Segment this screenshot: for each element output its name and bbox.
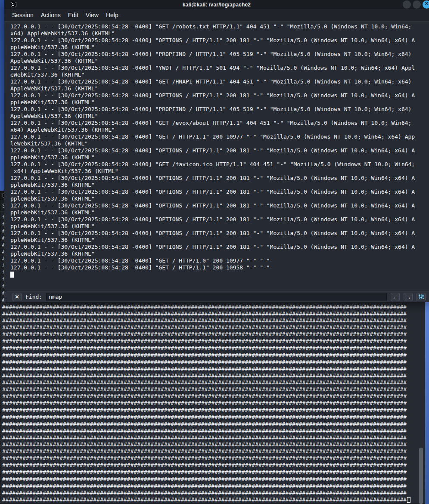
log-line: x64) AppleWebKit/537.36 (KHTML" (10, 30, 429, 37)
hash-output-line: ########################################… (2, 469, 417, 476)
hash-output-line: ########################################… (2, 310, 417, 317)
hash-output-line: ########################################… (2, 338, 417, 345)
minimize-button[interactable] (403, 0, 411, 9)
log-line: leWebKit/537.36 (KHTML" (10, 140, 429, 147)
hash-output-line: ########################################… (2, 407, 417, 414)
hash-output-line: ########################################… (2, 345, 417, 352)
log-line: 127.0.0.1 - - [30/Oct/2025:08:54:28 -040… (10, 216, 429, 223)
log-line: 127.0.0.1 - - [30/Oct/2025:08:54:28 -040… (10, 147, 429, 154)
hash-output-line: ########################################… (2, 482, 417, 489)
hash-output-line: ########################################… (2, 379, 417, 386)
hash-output-line: ########################################… (2, 331, 417, 338)
hash-output-line: ########################################… (2, 317, 417, 324)
find-close-button[interactable]: ✕ (12, 293, 22, 301)
find-input[interactable] (46, 293, 387, 301)
menu-item-actions[interactable]: Actions (41, 12, 61, 19)
log-line: 127.0.0.1 - - [30/Oct/2025:08:54:28 -040… (10, 78, 429, 85)
hash-output-line: ########################################… (2, 352, 417, 359)
log-line: x64) AppleWebKit/537.36 (KHTML" (10, 168, 429, 175)
log-line: 127.0.0.1 - - [30/Oct/2025:08:54:28 -040… (10, 120, 429, 127)
hash-output-line: ########################################… (2, 400, 417, 407)
find-label: Find: (25, 294, 42, 300)
log-line: 127.0.0.1 - - [30/Oct/2025:08:54:28 -040… (10, 230, 429, 237)
log-line: ppleWebKit/537.36 (KHTML" (10, 154, 429, 161)
hash-output-line: ########################################… (2, 421, 417, 427)
log-line: ppleWebKit/537.36 (KHTML" (10, 209, 429, 216)
log-line: x64) AppleWebKit/537.36 (KHTML" (10, 127, 429, 133)
log-line: 127.0.0.1 - - [30/Oct/2025:08:54:28 -040… (10, 65, 429, 71)
menu-item-view[interactable]: View (86, 12, 99, 19)
hash-output-line: ########################################… (2, 393, 417, 400)
log-line: 127.0.0.1 - - [30/Oct/2025:08:54:28 -040… (10, 244, 429, 250)
hash-output-line: ########################################… (2, 414, 417, 421)
log-line: 127.0.0.1 - - [30/Oct/2025:08:54:28 -040… (10, 106, 429, 113)
hash-output-line: ########################################… (2, 455, 417, 462)
log-line: ppleWebKit/537.36 (KHTML" (10, 237, 429, 244)
menubar: SessionActionsEditViewHelp (4, 9, 429, 22)
log-line: 127.0.0.1 - - [30/Oct/2025:08:54:28 -040… (10, 161, 429, 168)
hash-output-line: ########################################… (2, 303, 417, 310)
hash-output-line: ########################################… (2, 441, 417, 448)
hash-output-line: ########################################… (2, 462, 417, 469)
log-line: 127.0.0.1 - - [30/Oct/2025:08:54:28 -040… (10, 51, 429, 58)
hash-output-line: ########################################… (2, 365, 417, 372)
find-bar: ✕ Find: ← → (4, 291, 429, 302)
log-line: AppleWebKit/537.36 (KHTML" (10, 113, 429, 120)
menu-item-session[interactable]: Session (12, 12, 34, 19)
hash-output-line: ########################################… (2, 372, 417, 379)
log-line: 127.0.0.1 - - [30/Oct/2025:08:54:28 -040… (10, 37, 429, 44)
log-line: 127.0.0.1 - - [30/Oct/2025:08:54:28 -040… (10, 189, 429, 195)
cursor-line (10, 271, 429, 278)
hash-output-line: ########################################… (2, 496, 417, 503)
hash-output-line: ########################################… (2, 386, 417, 393)
log-line: AppleWebKit/537.36 (KHTML" (10, 85, 429, 92)
log-line: ppleWebKit/537.36 (KHTML" (10, 99, 429, 106)
hash-output-line: ########################################… (2, 324, 417, 331)
scrollbar-thumb[interactable] (419, 448, 423, 504)
close-button[interactable] (423, 0, 429, 9)
terminal-window: kali@kali: /var/log/apache2 SessionActio… (4, 0, 429, 302)
find-next-button[interactable]: → (404, 293, 413, 301)
find-settings-icon[interactable] (417, 293, 426, 301)
log-line: 127.0.0.1 - - [30/Oct/2025:08:54:28 -040… (10, 133, 429, 140)
log-line: ppleWebKit/537.36 (KHTML" (10, 182, 429, 189)
log-line: 127.0.0.1 - - [30/Oct/2025:08:54:28 -040… (10, 92, 429, 99)
hash-output-line: ########################################… (2, 476, 417, 482)
hash-output-line: ########################################… (2, 359, 417, 365)
hash-output-line: ########################################… (2, 434, 417, 441)
terminal-cursor (10, 272, 14, 278)
log-line: ppleWebKit/537.36 (KHTML" (10, 44, 429, 51)
hash-output-line: ########################################… (2, 489, 417, 496)
hash-output-line: ########################################… (2, 427, 417, 434)
maximize-button[interactable] (413, 0, 421, 9)
log-line: ppleWebKit/537.36 (KHTML" (10, 195, 429, 202)
log-line: AppleWebKit/537.36 (KHTML" (10, 58, 429, 65)
log-line: 127.0.0.1 - - [30/Oct/2025:08:54:28 -040… (10, 202, 429, 209)
menu-item-help[interactable]: Help (106, 12, 118, 19)
log-line: ppleWebKit/537.36 (KHTML" (10, 250, 429, 257)
log-line: 127.0.0.1 - - [30/Oct/2025:08:54:28 -040… (10, 23, 429, 30)
log-line: 127.0.0.1 - - [30/Oct/2025:08:54:28 -040… (10, 257, 429, 264)
log-line: 127.0.0.1 - - [30/Oct/2025:08:54:28 -040… (10, 264, 429, 271)
log-line: ppleWebKit/537.36 (KHTML" (10, 223, 429, 230)
find-previous-button[interactable]: ← (391, 293, 400, 301)
terminal-screen[interactable]: 127.0.0.1 - - [30/Oct/2025:08:54:28 -040… (4, 22, 429, 291)
hash-output-line: ########################################… (2, 448, 417, 455)
log-line: 127.0.0.1 - - [30/Oct/2025:08:54:28 -040… (10, 175, 429, 182)
titlebar[interactable]: kali@kali: /var/log/apache2 (4, 0, 429, 9)
inactive-terminal-cursor (407, 497, 410, 503)
log-line: eWebKit/537.36 (KHTML" (10, 71, 429, 78)
menu-item-edit[interactable]: Edit (68, 12, 78, 19)
window-title: kali@kali: /var/log/apache2 (4, 2, 429, 8)
